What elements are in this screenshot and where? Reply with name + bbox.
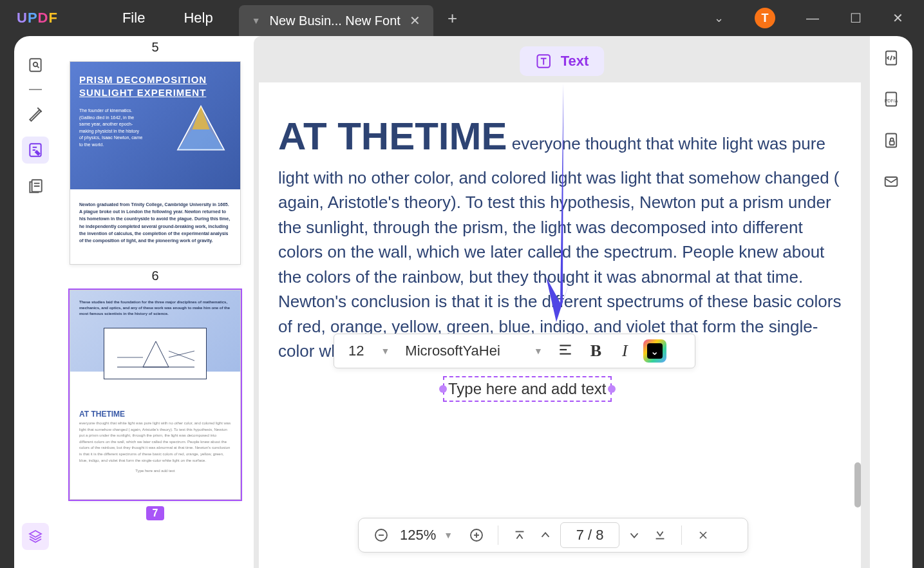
- thumb-7-heading: AT THETIME: [79, 410, 125, 419]
- thumb-label-6: 6: [70, 265, 241, 290]
- first-page-icon[interactable]: [509, 524, 531, 546]
- main-menu: File Help: [122, 10, 213, 26]
- add-tab-icon[interactable]: +: [448, 8, 457, 28]
- highlighter-icon[interactable]: [22, 100, 49, 128]
- thumb-label-5: 5: [70, 36, 241, 61]
- window-dropdown-icon[interactable]: ⌄: [714, 11, 724, 25]
- svg-marker-12: [143, 341, 169, 367]
- text-format-toolbar: 12 ▼ MicrosoftYaHei ▼ B I ⌄: [334, 334, 695, 368]
- edit-text-icon[interactable]: [22, 137, 49, 164]
- left-sidebar: [14, 36, 57, 568]
- font-family-value[interactable]: MicrosoftYaHei: [397, 343, 522, 359]
- prev-page-icon[interactable]: [534, 524, 556, 546]
- thumbnails-panel: 5 PRISM DECOMPOSITION SUNLIGHT EXPERIMEN…: [57, 36, 254, 568]
- font-family-dropdown-icon[interactable]: ▼: [534, 346, 543, 356]
- convert-icon[interactable]: [882, 49, 900, 70]
- right-sidebar: PDF/A: [870, 36, 912, 568]
- thumb-5-bottom-text: Newton graduated from Trinity College, C…: [70, 189, 240, 256]
- thumb-7-bottom: AT THETIME everyone thought that white l…: [70, 372, 240, 482]
- thumb-7-toptext: These studies laid the foundation for th…: [79, 299, 231, 317]
- logo-f: F: [48, 10, 57, 26]
- page-view: AT THETIME everyone thought that white l…: [259, 82, 861, 568]
- thumbnail-page-5[interactable]: PRISM DECOMPOSITION SUNLIGHT EXPERIMENT …: [70, 61, 241, 265]
- bold-button[interactable]: B: [580, 341, 612, 361]
- svg-text:PDF/A: PDF/A: [885, 99, 898, 103]
- divider: [498, 525, 498, 545]
- document-tab[interactable]: ▼ New Busin... New Font ✕: [239, 5, 433, 36]
- main-view: Text AT THETIME everyone thought that wh…: [254, 36, 870, 568]
- logo-p: P: [28, 10, 38, 26]
- logo-d: D: [38, 10, 49, 26]
- window-controls: ⌄ T — ☐ ✕: [714, 8, 903, 28]
- svg-rect-0: [30, 59, 41, 71]
- thumb-7-top: These studies laid the foundation for th…: [70, 290, 240, 372]
- maximize-icon[interactable]: ☐: [850, 10, 862, 26]
- thumb-7-typehere: Type here and add text: [79, 469, 231, 473]
- badge-wrap: 7: [70, 500, 241, 520]
- text-input-placeholder: Type here and add text: [448, 380, 607, 397]
- tabs: ▼ New Busin... New Font ✕ +: [239, 0, 457, 36]
- titlebar: UPDF File Help ▼ New Busin... New Font ✕…: [0, 0, 924, 36]
- zoom-in-icon[interactable]: [466, 524, 487, 546]
- chevron-down-icon: ⌄: [647, 343, 663, 359]
- mail-icon[interactable]: [882, 173, 900, 193]
- logo-u: U: [17, 10, 28, 26]
- svg-line-14: [169, 351, 194, 361]
- text-mode-pill[interactable]: Text: [520, 46, 605, 76]
- scrollbar-thumb[interactable]: [854, 462, 861, 507]
- thumb-7-para: everyone thought that white light was pu…: [79, 421, 231, 464]
- svg-line-15: [169, 351, 194, 357]
- zoom-nav-bar: 125% ▼ 7 / 8: [358, 518, 748, 553]
- tab-close-icon[interactable]: ✕: [410, 13, 420, 28]
- minimize-icon[interactable]: —: [806, 11, 819, 26]
- font-size-value[interactable]: 12: [343, 343, 369, 359]
- pdfa-icon[interactable]: PDF/A: [882, 90, 900, 111]
- text-input-box[interactable]: Type here and add text: [443, 376, 612, 402]
- menu-file[interactable]: File: [122, 10, 145, 26]
- pages-icon[interactable]: [22, 173, 49, 200]
- zoom-value[interactable]: 125%: [396, 527, 440, 544]
- avatar[interactable]: T: [755, 8, 775, 28]
- text-mode-label: Text: [561, 53, 589, 70]
- current-page-badge: 7: [146, 506, 165, 520]
- color-picker-button[interactable]: ⌄: [643, 339, 666, 363]
- lock-doc-icon[interactable]: [882, 131, 900, 152]
- thumb-5-title: PRISM DECOMPOSITION SUNLIGHT EXPERIMENT: [79, 73, 231, 99]
- page-heading: AT THETIME: [278, 115, 507, 158]
- svg-rect-33: [890, 141, 894, 145]
- thumbnail-page-7[interactable]: These studies laid the foundation for th…: [70, 290, 241, 500]
- annotation-arrow: [534, 84, 586, 341]
- resize-handle-left[interactable]: [439, 385, 447, 393]
- font-size-dropdown-icon[interactable]: ▼: [381, 346, 390, 356]
- resize-handle-right[interactable]: [608, 385, 616, 393]
- close-icon[interactable]: ✕: [892, 10, 903, 26]
- text-icon: [535, 53, 552, 70]
- italic-button[interactable]: I: [612, 341, 638, 361]
- last-page-icon[interactable]: [649, 524, 671, 546]
- thumb-5-top: PRISM DECOMPOSITION SUNLIGHT EXPERIMENT …: [70, 62, 240, 189]
- app-logo: UPDF: [17, 10, 58, 26]
- zoom-dropdown-icon[interactable]: ▼: [444, 530, 453, 540]
- divider: [681, 525, 682, 545]
- thumb-7-diagram: [104, 328, 207, 379]
- thumb-5-subtext: The founder of kinematics. (Galileo died…: [79, 108, 144, 148]
- next-page-icon[interactable]: [623, 524, 645, 546]
- menu-help[interactable]: Help: [184, 10, 212, 26]
- page-indicator[interactable]: 7 / 8: [560, 522, 619, 548]
- workspace: 5 PRISM DECOMPOSITION SUNLIGHT EXPERIMEN…: [14, 36, 912, 568]
- zoom-out-icon[interactable]: [370, 524, 392, 546]
- tab-dropdown-icon[interactable]: ▼: [252, 15, 261, 26]
- svg-rect-34: [885, 177, 898, 186]
- close-bar-icon[interactable]: [692, 524, 714, 546]
- layers-icon[interactable]: [22, 523, 49, 550]
- prism-icon: [172, 100, 230, 158]
- magnify-page-icon[interactable]: [22, 52, 49, 79]
- tab-title: New Busin... New Font: [269, 14, 400, 28]
- svg-line-2: [37, 66, 39, 68]
- align-left-icon[interactable]: [551, 341, 580, 361]
- divider: [29, 89, 42, 90]
